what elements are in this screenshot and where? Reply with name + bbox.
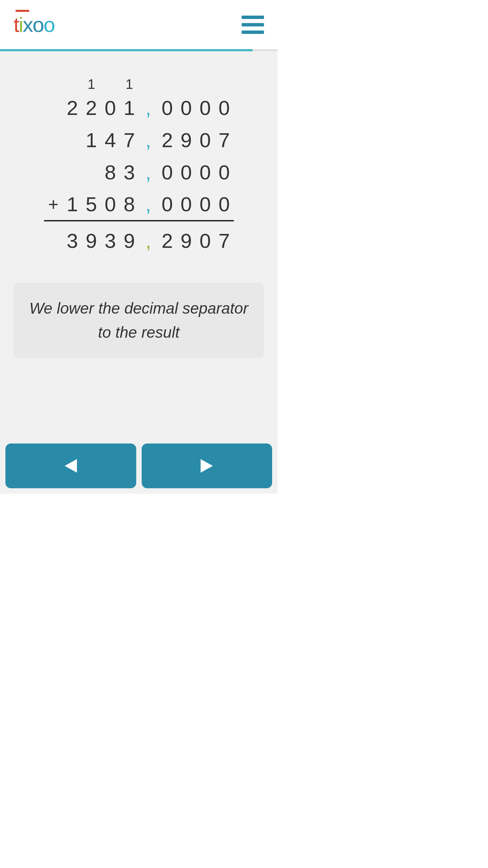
result-digit: 7 bbox=[215, 223, 234, 256]
next-icon bbox=[201, 459, 213, 473]
plus-cell bbox=[44, 156, 63, 189]
carry-cell: 1 bbox=[120, 72, 139, 92]
logo-letter-x: x bbox=[23, 13, 33, 37]
digit-cell bbox=[63, 124, 82, 156]
logo-letter-i: i bbox=[19, 13, 23, 37]
digit-cell: 0 bbox=[215, 189, 234, 221]
digit-cell: 0 bbox=[101, 92, 120, 124]
decimal-separator: , bbox=[139, 156, 158, 189]
digit-cell: 0 bbox=[177, 189, 196, 221]
carry-cell bbox=[63, 72, 82, 92]
digit-cell: 0 bbox=[196, 189, 215, 221]
logo-letter-o2: o bbox=[44, 13, 55, 37]
digit-cell bbox=[63, 156, 82, 189]
digit-cell: 0 bbox=[158, 92, 177, 124]
instruction-text: We lower the decimal separator to the re… bbox=[29, 299, 248, 341]
logo-letter-t: t bbox=[14, 13, 19, 37]
digit-cell: 0 bbox=[177, 156, 196, 189]
content-area: 1 1 2 2 0 1 , 0 0 0 0 bbox=[0, 51, 278, 494]
result-digit: 0 bbox=[196, 223, 215, 256]
addend-row: 1 4 7 , 2 9 0 7 bbox=[44, 124, 234, 156]
logo-letter-o1: o bbox=[33, 13, 43, 37]
digit-cell: 8 bbox=[101, 156, 120, 189]
result-digit: 9 bbox=[82, 223, 101, 256]
prev-icon bbox=[65, 459, 77, 473]
header: tixoo bbox=[0, 0, 278, 49]
digit-cell: 2 bbox=[63, 92, 82, 124]
addend-row: 8 3 , 0 0 0 0 bbox=[44, 156, 234, 189]
digit-cell: 0 bbox=[177, 92, 196, 124]
digit-cell: 0 bbox=[196, 156, 215, 189]
digit-cell: 7 bbox=[120, 124, 139, 156]
next-button[interactable] bbox=[142, 443, 272, 488]
digit-cell: 0 bbox=[215, 92, 234, 124]
digit-cell: 0 bbox=[215, 156, 234, 189]
carry-cell bbox=[196, 72, 215, 92]
result-digit: 2 bbox=[158, 223, 177, 256]
result-digit: 3 bbox=[63, 223, 82, 256]
sum-line bbox=[44, 221, 234, 223]
digit-cell: 0 bbox=[196, 124, 215, 156]
plus-cell bbox=[44, 92, 63, 124]
digit-cell: 5 bbox=[82, 189, 101, 221]
digit-cell: 4 bbox=[101, 124, 120, 156]
digit-cell: 0 bbox=[101, 189, 120, 221]
result-row: 3 9 3 9 , 2 9 0 7 bbox=[44, 223, 234, 256]
carry-cell bbox=[158, 72, 177, 92]
result-digit: 3 bbox=[101, 223, 120, 256]
prev-button[interactable] bbox=[5, 443, 136, 488]
digit-cell: 1 bbox=[82, 124, 101, 156]
logo[interactable]: tixoo bbox=[14, 13, 55, 37]
carry-cell bbox=[215, 72, 234, 92]
digit-cell: 1 bbox=[63, 189, 82, 221]
digit-cell: 0 bbox=[158, 156, 177, 189]
carry-cell bbox=[101, 72, 120, 92]
digit-cell: 2 bbox=[82, 92, 101, 124]
digit-cell bbox=[82, 156, 101, 189]
decimal-separator: , bbox=[139, 189, 158, 221]
addend-row: 2 2 0 1 , 0 0 0 0 bbox=[44, 92, 234, 124]
digit-cell: 9 bbox=[177, 124, 196, 156]
digit-cell: 8 bbox=[120, 189, 139, 221]
result-digit: 9 bbox=[120, 223, 139, 256]
carry-cell bbox=[177, 72, 196, 92]
result-digit: 9 bbox=[177, 223, 196, 256]
digit-cell: 2 bbox=[158, 124, 177, 156]
digit-cell: 7 bbox=[215, 124, 234, 156]
svg-marker-0 bbox=[65, 459, 77, 473]
result-decimal-separator: , bbox=[139, 223, 158, 256]
carry-row: 1 1 bbox=[44, 72, 234, 92]
instruction-box: We lower the decimal separator to the re… bbox=[14, 283, 264, 358]
nav-buttons bbox=[5, 443, 272, 488]
digit-cell: 0 bbox=[196, 92, 215, 124]
math-problem: 1 1 2 2 0 1 , 0 0 0 0 bbox=[14, 65, 264, 256]
carry-cell bbox=[139, 72, 158, 92]
digit-cell: 1 bbox=[120, 92, 139, 124]
math-table: 1 1 2 2 0 1 , 0 0 0 0 bbox=[44, 72, 234, 256]
decimal-separator: , bbox=[139, 124, 158, 156]
decimal-separator: , bbox=[139, 92, 158, 124]
menu-icon[interactable] bbox=[242, 16, 264, 34]
plus-cell bbox=[44, 124, 63, 156]
carry-cell bbox=[44, 72, 63, 92]
digit-cell: 3 bbox=[120, 156, 139, 189]
digit-cell: 0 bbox=[158, 189, 177, 221]
addend-row: + 1 5 0 8 , 0 0 0 0 bbox=[44, 189, 234, 221]
carry-cell: 1 bbox=[82, 72, 101, 92]
svg-marker-1 bbox=[201, 459, 213, 473]
plus-sign: + bbox=[44, 189, 63, 221]
